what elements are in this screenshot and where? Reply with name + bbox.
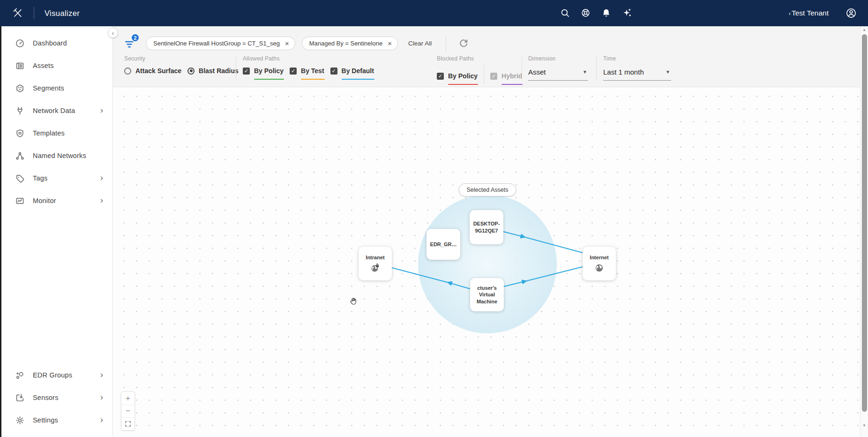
scroll-down-arrow[interactable]: ▼ [861, 423, 868, 428]
zoom-controls: + − [121, 392, 135, 430]
chips-host: SentinelOne Firewall HostGroup = CT_S1_s… [146, 37, 404, 50]
user-avatar-icon[interactable] [846, 8, 857, 19]
asset-node-internet[interactable]: Internet [583, 247, 616, 280]
time-select[interactable]: Last 1 month ▼ [603, 67, 671, 81]
window-left-edge [0, 26, 1, 437]
asset-node-label: DESKTOP-9G12QE7 [471, 220, 502, 234]
refresh-icon[interactable] [458, 38, 469, 48]
sidebar-bottom-nav: EDR Groups › Sensors › Settings › [1, 364, 112, 431]
chip-close-icon[interactable]: × [388, 40, 392, 47]
filter-group-time: Time Last 1 month ▼ [603, 55, 671, 81]
zoom-out-button[interactable]: − [121, 405, 135, 417]
cluster-label[interactable]: Selected Assets [459, 183, 516, 196]
tags-icon [15, 173, 25, 183]
sidebar-item-label: Settings [33, 416, 58, 424]
sensors-icon [15, 393, 25, 402]
zoom-fit-button[interactable] [121, 417, 135, 430]
app-logo-icon[interactable] [12, 8, 23, 19]
asset-node-label: Internet [590, 254, 608, 261]
sidebar-item-templates[interactable]: Templates [1, 122, 112, 144]
asset-node-desktop-9g12qe7[interactable]: DESKTOP-9G12QE7 [470, 210, 503, 244]
asset-node-label: ctuser's Virtual Machine [471, 285, 502, 305]
sidebar-item-settings[interactable]: Settings › [1, 409, 112, 431]
sidebar-item-assets[interactable]: Assets [1, 54, 112, 77]
tenant-name[interactable]: ‹Test Tenant [789, 9, 829, 17]
dimension-select[interactable]: Asset ▼ [528, 67, 588, 81]
checkbox-icon: ✓ [290, 68, 297, 75]
divider [596, 56, 597, 81]
option-label: By Policy [448, 72, 478, 80]
group-label: Blocked Paths [437, 55, 522, 62]
assets-icon [15, 61, 25, 70]
chip-close-icon[interactable]: × [285, 40, 289, 47]
filter-funnel-icon[interactable]: 2 [124, 36, 136, 50]
sidebar-item-label: Tags [33, 174, 47, 182]
settings-icon [15, 415, 25, 425]
filter-group-allowed-paths: Allowed Paths ✓ By Policy ✓ By Test ✓ By… [243, 55, 374, 75]
group-label: Time [603, 55, 671, 62]
sidebar-item-network-data[interactable]: Network Data › [1, 99, 112, 122]
zoom-in-button[interactable]: + [121, 392, 135, 405]
scroll-up-arrow[interactable]: ▲ [861, 28, 868, 32]
sidebar-item-sensors[interactable]: Sensors › [1, 386, 112, 409]
divider [522, 56, 522, 81]
network-data-icon [15, 106, 25, 115]
chevron-right-icon: › [100, 392, 103, 403]
radio-attack-surface[interactable]: Attack Surface [124, 67, 181, 75]
chevron-right-icon: › [100, 173, 103, 183]
radio-blast-radius[interactable]: Blast Radius [187, 67, 239, 75]
checkbox-by-test[interactable]: ✓ By Test [290, 67, 324, 75]
search-icon[interactable] [560, 8, 570, 18]
filter-group-blocked-paths: Blocked Paths ✓ By Policy ✓ Hybrid [437, 55, 522, 85]
chevron-right-icon: › [100, 370, 103, 380]
sidebar-item-label: Assets [33, 62, 54, 69]
sidebar-item-label: Monitor [33, 197, 56, 204]
asset-node-intranet[interactable]: Intranet [359, 247, 392, 280]
sidebar-item-segments[interactable]: Segments [1, 77, 112, 99]
checkbox-by-default[interactable]: ✓ By Default [330, 67, 374, 75]
asset-node-ctuser-vm[interactable]: ctuser's Virtual Machine [470, 278, 504, 311]
graph-canvas[interactable]: Selected Assets + − EDR_GR… DESKTOP-9G12… [113, 87, 860, 437]
sidebar-item-tags[interactable]: Tags › [1, 167, 112, 189]
clear-all-button[interactable]: Clear All [408, 40, 432, 47]
filter-group-security: Security Attack Surface Blast Radius [124, 55, 239, 75]
sidebar-item-edr-groups[interactable]: EDR Groups › [1, 364, 112, 386]
chevron-right-icon: › [100, 105, 103, 116]
monitor-icon [15, 196, 25, 205]
radio-icon [124, 68, 131, 75]
chevron-down-icon: ▼ [583, 69, 587, 75]
checkbox-hybrid: ✓ Hybrid [490, 72, 522, 80]
notifications-bell-icon[interactable] [601, 8, 612, 18]
sidebar-item-label: Segments [33, 84, 64, 92]
filter-chip[interactable]: SentinelOne Firewall HostGroup = CT_S1_s… [146, 37, 295, 50]
named-networks-icon [15, 151, 25, 160]
option-label: By Default [342, 67, 374, 75]
sidebar-item-label: Network Data [33, 107, 75, 114]
topbar: Visualizer ‹Test Tenant [0, 0, 868, 26]
option-label: Attack Surface [135, 67, 181, 75]
checkbox-by-policy[interactable]: ✓ By Policy [243, 67, 284, 75]
filter-chip-label: SentinelOne Firewall HostGroup = CT_S1_s… [153, 40, 280, 47]
filter-panel: 2 SentinelOne Firewall HostGroup = CT_S1… [113, 26, 860, 87]
sidebar-item-monitor[interactable]: Monitor › [1, 189, 112, 212]
filter-chip[interactable]: Managed By = Sentinelone × [302, 37, 398, 50]
help-icon[interactable] [581, 8, 591, 18]
globe-icon [594, 263, 604, 273]
dashboard-icon [15, 38, 25, 48]
ai-sparkles-icon[interactable] [622, 8, 632, 18]
filter-chip-label: Managed By = Sentinelone [309, 40, 382, 47]
panel-collapse-button[interactable]: ‹ [108, 28, 118, 38]
sidebar-item-named-networks[interactable]: Named Networks [1, 144, 112, 167]
sidebar-item-label: EDR Groups [33, 371, 72, 379]
sidebar-item-dashboard[interactable]: Dashboard [1, 32, 112, 54]
filter-group-dimension: Dimension Asset ▼ [528, 55, 588, 81]
asset-node-edr-group[interactable]: EDR_GR… [427, 229, 460, 260]
group-label: Dimension [528, 55, 588, 62]
option-label: By Test [301, 67, 324, 75]
scrollbar-thumb[interactable] [862, 34, 867, 412]
segments-icon [15, 83, 25, 93]
edr-groups-icon [15, 370, 25, 380]
checkbox-by-policy[interactable]: ✓ By Policy [437, 72, 478, 80]
filter-groups-row: Security Attack Surface Blast Radius All… [113, 55, 860, 84]
filter-count-badge: 2 [131, 33, 140, 42]
